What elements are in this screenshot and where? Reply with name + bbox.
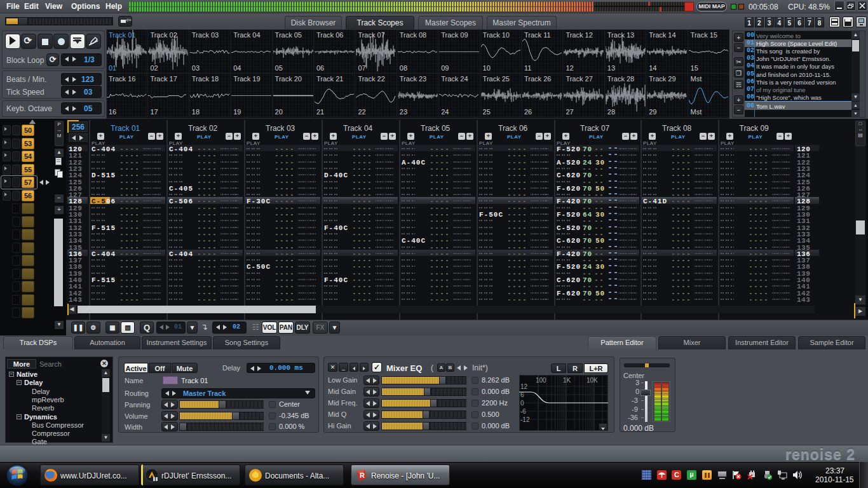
svg-text:R: R [360, 471, 365, 479]
